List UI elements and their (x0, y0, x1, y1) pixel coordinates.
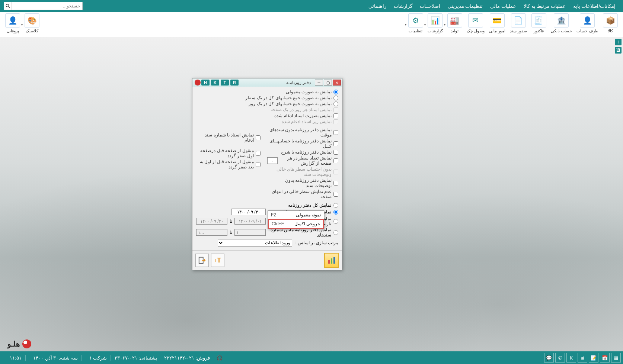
key-r[interactable]: R (230, 80, 239, 86)
label: بدون احتساب سطر های خالی وتوضیحات سند (267, 167, 332, 177)
rb-goods[interactable]: 📦کالا (601, 13, 620, 35)
run-report-button[interactable] (324, 253, 339, 268)
checkbox[interactable] (256, 162, 261, 167)
checkbox[interactable] (256, 135, 261, 140)
radio[interactable] (333, 210, 338, 215)
search-input[interactable] (12, 2, 83, 10)
chk-merge-num[interactable]: نمایش اسناد با شماره سند ادغام (196, 132, 261, 143)
checkbox[interactable] (333, 150, 338, 155)
sb-calendar-icon[interactable]: 📅 (600, 353, 610, 363)
close-button[interactable]: ✕ (333, 80, 341, 86)
minimize-button[interactable]: ─ (315, 80, 323, 86)
checkbox[interactable] (333, 158, 338, 163)
chk-with-gl[interactable]: نمایش دفتر روزنامه با حسابـهــای کــل (267, 138, 338, 149)
status-company: شرکت ۱ (86, 355, 111, 361)
status-tools: ▦ 📅 📝 🖩 K ✆ 💬 (544, 353, 621, 363)
sb-k-icon[interactable]: K (566, 353, 576, 363)
radio[interactable] (333, 230, 338, 235)
rb-account-side[interactable]: 👤طرف حساب (574, 13, 601, 35)
rb-settings[interactable]: ⚙▾تنظیمات (406, 13, 425, 35)
checkbox[interactable] (333, 113, 338, 118)
exit-button[interactable] (195, 254, 209, 267)
range-all[interactable]: نمایش کل دفتر روزنامه (196, 203, 338, 208)
checkbox[interactable] (333, 130, 338, 135)
menu-corrections[interactable]: اصلاحــات (416, 3, 444, 9)
chk-no-desc[interactable]: نمایش دفتر روزنامه بدون توضیحات سند (267, 177, 338, 189)
chk-no-temp[interactable]: نمایش دفتر روزنامه بدون سندهای موقت (267, 127, 338, 138)
radio[interactable] (333, 90, 338, 94)
rb-voucher[interactable]: 📄صدور سند (508, 13, 529, 35)
svg-point-0 (6, 4, 9, 7)
menu-mgmt-settings[interactable]: تنظیمات مدیریتی (444, 3, 487, 9)
sb-chat-icon[interactable]: 💬 (544, 353, 554, 363)
label: نمایش دفتر روزنامه با حسابـهــای کــل (267, 138, 332, 149)
rb-label: فاکتور (534, 29, 544, 33)
date-from[interactable]: ۱۴۰۰ /۰۹ /۰۱ (234, 218, 266, 225)
chk-merged[interactable]: نمایش بصورت اسناد ادغام شده (196, 113, 338, 119)
sb-grid-icon[interactable]: ▦ (611, 353, 621, 363)
rb-label: وصول چک (467, 29, 485, 33)
chk-carry-first-zero[interactable]: منقول از صفحه قبل درصفحه اول صفر گردد (196, 148, 261, 159)
rb-production[interactable]: 🏭▾تولید (445, 13, 464, 35)
checkbox[interactable] (333, 181, 338, 186)
rb-invoice[interactable]: 🧾فاکتور (529, 13, 549, 35)
checkbox (333, 107, 338, 112)
chk-with-desc[interactable]: نمایش دفتر روزنامه با شرح (267, 149, 338, 155)
sort-select[interactable]: ورود اطلاعات (218, 239, 292, 247)
label: نمایش اسناد هر روز در یک صفحه (271, 107, 332, 112)
menu-base[interactable]: إمكانات/اطلاعات پایه (569, 3, 619, 9)
rb-classic[interactable]: 🎨▾کلاسیک (22, 13, 42, 35)
radio[interactable] (333, 219, 338, 224)
rows-input[interactable] (267, 157, 278, 164)
num-from[interactable]: ۱ (234, 229, 266, 236)
radio[interactable] (333, 203, 338, 208)
svg-line-1 (9, 7, 10, 8)
status-support: پشتیبانی: ۰۲۱-۲۳۰۶۷ (115, 355, 157, 361)
radio[interactable] (333, 102, 338, 106)
journal-dialog: H K T R دفتر روزنامـه ─ ▢ ✕ نمایش به صور… (192, 78, 342, 270)
rb-financial[interactable]: 💳امور مالی (487, 13, 508, 35)
chk-rows-per-page[interactable]: نمایش تعداد سطر در هر صفحه از گزارش (267, 155, 338, 166)
radio[interactable] (333, 96, 338, 100)
sb-note-icon[interactable]: 📝 (589, 353, 598, 363)
rb-reports[interactable]: 📊▾گزارشات (425, 13, 445, 35)
checkbox[interactable] (256, 151, 261, 156)
key-t[interactable]: T (221, 80, 229, 86)
menu-export-excel[interactable]: خروجی اکسل Ctrl+E (268, 219, 324, 229)
menu-financial-ops[interactable]: عملیات مالی (486, 3, 520, 9)
search-icon[interactable] (4, 2, 12, 10)
rb-profile[interactable]: 👤پروفایل (3, 13, 22, 35)
chk-carry-after-zero[interactable]: منقول از صفحه قبل از اول به بعد صفر گردد (196, 159, 261, 170)
menu-goods-ops[interactable]: عملیات مرتبط به کالا (520, 3, 569, 9)
key-h[interactable]: H (201, 80, 210, 86)
sb-phone-icon[interactable]: ✆ (555, 353, 565, 363)
menu-normal-preview[interactable]: نمونه معمولی F2 (268, 211, 324, 219)
opt-sum-day[interactable]: نمایش به صورت جمع حسابهای کل در یک روز (196, 101, 338, 107)
brand: هلـو (7, 339, 31, 348)
rb-label: طرف حساب (576, 29, 598, 33)
menu-reports[interactable]: گزارشات (390, 3, 416, 9)
label: نمایش به صورت جمع حسابهای کل در یک روز (249, 101, 332, 106)
key-k[interactable]: K (211, 80, 219, 86)
checkbox[interactable] (333, 192, 338, 197)
factory-icon: 🏭▾ (447, 13, 462, 28)
rb-label: پروفایل (7, 29, 19, 33)
chk-no-empty-end[interactable]: عدم نمایش سطر خالی در انتهای صفحه (267, 189, 338, 200)
checkbox[interactable] (333, 141, 338, 146)
info-icon[interactable]: i (615, 39, 622, 45)
menu-help[interactable]: راهنمائی (365, 3, 390, 9)
image-icon[interactable]: 🖼 (615, 47, 622, 54)
rb-label: کلاسیک (26, 29, 38, 33)
date-to[interactable]: ۱۴۰۰ /۰۹ /۳۰ (196, 218, 227, 225)
titlebar[interactable]: H K T R دفتر روزنامـه ─ ▢ ✕ (192, 78, 342, 87)
opt-normal[interactable]: نمایش به صورت معمولی (196, 89, 338, 95)
opt-sum-row[interactable]: نمایش به صورت جمع حسابهای کل در یک سطر (196, 95, 338, 101)
rb-bank[interactable]: 🏦حساب بانکی (549, 13, 574, 35)
rb-cheque[interactable]: ✉وصول چک (464, 13, 487, 35)
label: نمایش دفتر روزنامه بدون توضیحات سند (267, 178, 332, 188)
maximize-button[interactable]: ▢ (324, 80, 332, 86)
text-settings-button[interactable]: TT (211, 254, 224, 267)
date-input[interactable]: ۱۴۰۰ /۰۹ /۳۰ (231, 209, 266, 215)
num-to[interactable]: ۱... (196, 229, 227, 236)
sb-calc-icon[interactable]: 🖩 (578, 353, 587, 363)
